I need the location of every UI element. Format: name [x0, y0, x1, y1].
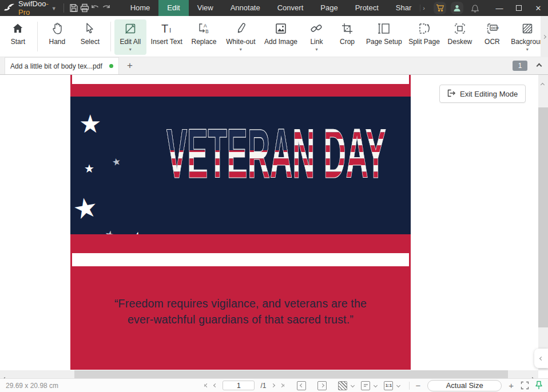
star-icon: ★: [79, 111, 101, 137]
link-icon: [309, 21, 323, 37]
zoom-level-label: Actual Size: [446, 381, 483, 390]
zoom-ratio-button[interactable]: 1:1: [384, 381, 393, 390]
zoom-out-button[interactable]: −: [415, 381, 420, 390]
side-panel-expander-button[interactable]: [534, 349, 548, 368]
page-count-badge: 1: [513, 61, 527, 71]
page-number-input[interactable]: [223, 381, 255, 390]
title-bar: SwifDoo-Pro ▼ Home Edit View Annotate Co…: [0, 0, 548, 16]
tabbar-right: 1: [513, 61, 548, 71]
deskew-button[interactable]: Deskew: [443, 19, 476, 55]
poster-red-stripe-mid: [70, 234, 411, 253]
insert-text-button[interactable]: TI Insert Text: [146, 19, 186, 55]
poster-union-field: ★ ★ ★ ★ ★ ★ VETERAN DAY VETERAN DAY: [70, 97, 411, 234]
poster-quote-line2: ever-watchful guardians of that sacred t…: [70, 312, 411, 328]
background-icon: [521, 21, 534, 37]
vertical-scrollbar[interactable]: [538, 75, 548, 370]
edit-all-dropdown-caret-icon[interactable]: ▾: [129, 47, 132, 53]
star-icon: ★: [104, 229, 116, 234]
toolbar-separator: [110, 22, 111, 51]
zoom-in-button[interactable]: +: [509, 381, 514, 390]
close-button[interactable]: ✕: [529, 0, 548, 16]
page-dimensions-label: 29.69 x 20.98 cm: [6, 382, 58, 390]
document-tab[interactable]: Add a little bit of body tex...pdf: [5, 57, 119, 74]
save-icon[interactable]: [68, 0, 79, 16]
hand-tool-button[interactable]: Hand: [41, 19, 74, 55]
link-dropdown-caret-icon[interactable]: ▾: [315, 47, 317, 53]
collapse-toolbar-icon[interactable]: [534, 61, 543, 70]
svg-text:I: I: [169, 27, 171, 34]
add-image-icon: [275, 21, 287, 37]
svg-text:B: B: [205, 29, 209, 34]
document-tab-title: Add a little bit of body tex...pdf: [10, 62, 106, 70]
pin-statusbar-icon[interactable]: [535, 381, 543, 390]
toolbar-overflow-button[interactable]: [541, 16, 548, 57]
svg-text:A: A: [204, 23, 207, 29]
replace-button[interactable]: AB Replace: [186, 19, 221, 55]
maximize-button[interactable]: [509, 0, 529, 16]
new-tab-button[interactable]: +: [127, 60, 133, 71]
split-page-icon: [418, 21, 431, 37]
menu-view[interactable]: View: [189, 0, 222, 16]
menu-convert[interactable]: Convert: [269, 0, 312, 16]
start-button[interactable]: Start: [2, 19, 34, 55]
menu-annotate[interactable]: Annotate: [222, 0, 269, 16]
menu-overflow-chevron-icon[interactable]: ›: [420, 5, 429, 11]
menu-share[interactable]: Shar: [387, 0, 420, 16]
horizontal-scrollbar[interactable]: [0, 370, 538, 378]
previous-page-button[interactable]: [214, 384, 217, 387]
first-page-button[interactable]: [204, 384, 208, 387]
add-image-button[interactable]: Add Image: [260, 19, 301, 55]
divider: [409, 382, 410, 390]
edit-all-icon: [124, 21, 137, 37]
app-name: SwifDoo-Pro: [18, 0, 49, 17]
next-page-button[interactable]: [272, 384, 275, 387]
white-out-dropdown-caret-icon[interactable]: ▾: [240, 47, 242, 53]
undo-icon[interactable]: [90, 0, 101, 16]
account-icon[interactable]: [451, 2, 463, 14]
menu-home[interactable]: Home: [122, 0, 159, 16]
exit-editing-mode-label: Exit Editing Mode: [460, 90, 518, 98]
scroll-up-icon[interactable]: [541, 78, 544, 89]
redo-icon[interactable]: [101, 0, 112, 16]
print-icon[interactable]: [79, 0, 90, 16]
page-display-mode-button[interactable]: [338, 381, 347, 390]
zoom-level-select[interactable]: Actual Size: [427, 380, 502, 391]
crop-button[interactable]: Crop: [332, 19, 363, 55]
vertical-scrollbar-thumb[interactable]: [538, 107, 548, 327]
white-out-marker-icon: [234, 21, 248, 37]
page-navigation: /1: [204, 381, 284, 390]
menu-bar: Home Edit View Annotate Convert Page Pro…: [122, 0, 420, 16]
menu-edit[interactable]: Edit: [158, 0, 188, 16]
minimize-button[interactable]: —: [490, 0, 509, 16]
background-dropdown-caret-icon[interactable]: ▾: [526, 47, 529, 53]
zoom-controls: − Actual Size +: [415, 380, 529, 391]
cart-icon[interactable]: [434, 2, 446, 14]
page-layout-button[interactable]: [361, 381, 370, 390]
page-setup-icon: [377, 21, 391, 37]
toolbar-separator: [37, 22, 38, 51]
ocr-button[interactable]: OCR OCR: [476, 19, 508, 55]
last-page-button[interactable]: [280, 384, 284, 387]
star-icon: ★: [125, 227, 147, 234]
link-button[interactable]: Link ▾: [301, 19, 332, 55]
edit-all-button[interactable]: Edit All ▾: [114, 19, 147, 55]
previous-view-button[interactable]: [297, 381, 306, 390]
page-layout-dropdown-icon[interactable]: [374, 383, 378, 387]
next-view-button[interactable]: [317, 381, 327, 390]
notifications-bell-icon[interactable]: [468, 1, 482, 15]
page-display-dropdown-icon[interactable]: [351, 383, 355, 387]
select-tool-button[interactable]: Select: [73, 19, 106, 55]
app-menu-caret-icon[interactable]: ▼: [51, 6, 57, 11]
fullscreen-icon[interactable]: [521, 381, 529, 390]
deskew-icon: [454, 21, 466, 37]
exit-editing-mode-button[interactable]: Exit Editing Mode: [439, 85, 526, 103]
menu-protect[interactable]: Protect: [347, 0, 387, 16]
zoom-ratio-dropdown-icon[interactable]: [396, 383, 400, 387]
split-page-button[interactable]: Split Page: [405, 19, 443, 55]
menu-page[interactable]: Page: [312, 0, 346, 16]
pdf-page[interactable]: ★ ★ ★ ★ ★ ★ VETERAN DAY VETERAN DAY: [70, 75, 411, 370]
page-setup-button[interactable]: Page Setup: [363, 19, 405, 55]
white-out-button[interactable]: White-out ▾: [221, 19, 260, 55]
horizontal-scrollbar-thumb[interactable]: [74, 370, 508, 378]
insert-text-icon: TI: [159, 21, 174, 37]
